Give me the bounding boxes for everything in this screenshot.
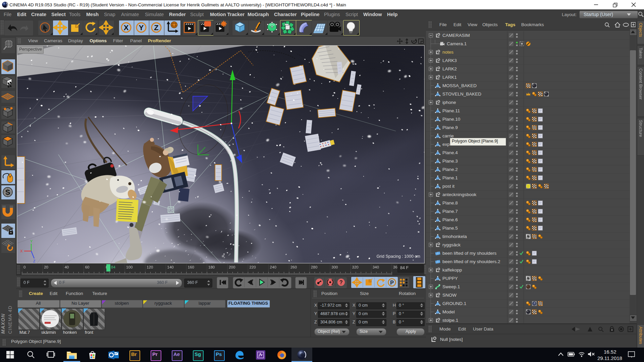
svg-text:180: 180 [208, 265, 215, 269]
svg-text:timohonkela: timohonkela [442, 234, 467, 239]
svg-text:Plane.6: Plane.6 [442, 217, 458, 222]
svg-text:340: 340 [373, 265, 379, 269]
svg-text:240: 240 [270, 265, 276, 269]
svg-text:X: X [124, 23, 129, 32]
svg-text:0: 0 [23, 265, 25, 269]
svg-text:Plane.2: Plane.2 [442, 167, 458, 172]
svg-text:?: ? [339, 280, 343, 285]
svg-text:iphone: iphone [442, 100, 456, 105]
svg-text:Z: Z [154, 23, 158, 32]
svg-text:140: 140 [167, 265, 174, 269]
svg-text:60: 60 [85, 265, 90, 269]
svg-text:been lifted of my shoulders: been lifted of my shoulders [442, 251, 497, 256]
svg-text:PUPPY: PUPPY [442, 276, 458, 281]
svg-text:LARK2: LARK2 [442, 66, 457, 71]
svg-text:kaffekopp: kaffekopp [442, 267, 462, 273]
svg-text:Plane.5: Plane.5 [442, 226, 458, 231]
svg-text:S: S [5, 188, 10, 196]
svg-text:MOSSA_BAKED: MOSSA_BAKED [442, 83, 477, 88]
svg-text:280: 280 [311, 265, 317, 269]
svg-text:Grid Spacing : 1000 cm: Grid Spacing : 1000 cm [376, 254, 420, 259]
svg-text:Plane.9: Plane.9 [442, 125, 458, 130]
svg-text:stolpe.1: stolpe.1 [442, 318, 458, 323]
svg-text:300: 300 [331, 265, 338, 269]
svg-text:260: 260 [290, 265, 297, 269]
svg-text:STOVELN_BAKED: STOVELN_BAKED [442, 92, 481, 97]
svg-text:LARK3: LARK3 [442, 58, 457, 63]
svg-text:Sweep.1: Sweep.1 [442, 284, 460, 289]
svg-text:been lifted of my shoulders.2: been lifted of my shoulders.2 [442, 259, 500, 264]
svg-text:Plane.11: Plane.11 [442, 108, 460, 113]
svg-text:320: 320 [352, 265, 359, 269]
svg-text:160: 160 [188, 265, 194, 269]
svg-text:X: X [20, 249, 23, 253]
svg-text:anteckningsbook: anteckningsbook [442, 192, 477, 197]
svg-text:post it: post it [442, 184, 454, 189]
svg-text:LARK1: LARK1 [442, 75, 457, 80]
svg-text:SNOW: SNOW [442, 293, 457, 298]
svg-text:CAMERASIM: CAMERASIM [442, 33, 470, 38]
svg-text:84: 84 [111, 265, 115, 269]
svg-text:Plane.3: Plane.3 [442, 159, 458, 164]
svg-text:GROUND.1: GROUND.1 [442, 301, 466, 306]
svg-text:200: 200 [229, 265, 235, 269]
svg-text:Plane.7: Plane.7 [442, 209, 458, 214]
svg-text:Plane.10: Plane.10 [442, 117, 460, 122]
svg-text:Y: Y [139, 23, 144, 32]
svg-text:Plane.8: Plane.8 [442, 200, 458, 205]
svg-text:Camera.1: Camera.1 [447, 41, 467, 46]
svg-text:Plane.4: Plane.4 [442, 150, 458, 155]
svg-text:40: 40 [64, 265, 69, 269]
svg-text:120: 120 [147, 265, 153, 269]
svg-text:P: P [390, 280, 394, 286]
svg-text:20: 20 [44, 265, 48, 269]
svg-text:Y: Y [30, 239, 33, 243]
svg-text:Model: Model [442, 309, 455, 314]
svg-text:100: 100 [126, 265, 132, 269]
svg-text:220: 220 [249, 265, 256, 269]
svg-text:ryggsäck: ryggsäck [442, 242, 461, 247]
svg-text:Z: Z [33, 259, 36, 263]
svg-text:Plane.1: Plane.1 [442, 175, 458, 180]
svg-text:notes: notes [442, 50, 453, 55]
